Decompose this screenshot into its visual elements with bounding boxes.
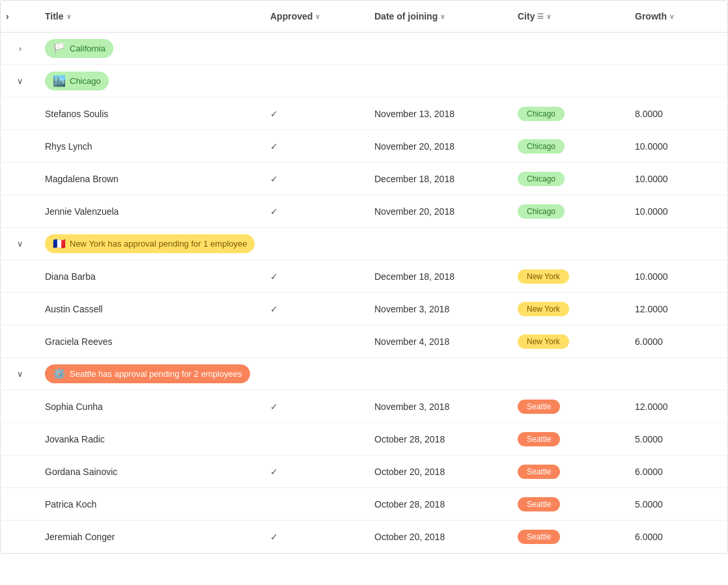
newyork-group-badge[interactable]: 🇫🇷 New York has approval pending for 1 e… <box>45 234 255 253</box>
approved-sort-icon: ∨ <box>315 13 320 20</box>
date-cell: October 20, 2018 <box>369 460 512 483</box>
city-badge: Seattle <box>518 530 560 544</box>
seattle-approved-cell <box>265 368 369 381</box>
newyork-approved-cell <box>265 238 369 251</box>
city-cell: New York <box>512 263 630 290</box>
chicago-chevron-icon: ∨ <box>17 76 23 86</box>
seattle-group-badge[interactable]: ⚙️ Seattle has approval pending for 2 em… <box>45 364 250 383</box>
chicago-expand-btn[interactable]: ∨ <box>1 70 40 92</box>
checkmark-icon: ✓ <box>270 401 278 412</box>
seattle-flag-icon: ⚙️ <box>53 368 66 380</box>
date-header[interactable]: Date of joining ∨ <box>369 7 512 25</box>
date-sort-icon: ∨ <box>440 13 445 20</box>
chicago-group-name: Chicago <box>70 76 101 86</box>
date-cell: November 4, 2018 <box>369 330 512 353</box>
city-cell: Chicago <box>512 100 630 128</box>
table-row: Stefanos Soulis ✓ November 13, 2018 Chic… <box>1 98 727 130</box>
seattle-date-cell <box>369 368 512 381</box>
employee-name: Jeremiah Conger <box>40 525 265 549</box>
data-table: › Title ∨ Approved ∨ Date of joining ∨ C… <box>0 0 728 554</box>
california-date-cell <box>369 42 512 55</box>
approved-cell: ✓ <box>265 200 369 223</box>
seattle-chevron-icon: ∨ <box>17 369 23 379</box>
city-cell: Chicago <box>512 133 630 160</box>
table-row: Sophia Cunha ✓ November 3, 2018 Seattle … <box>1 390 727 423</box>
newyork-expand-btn[interactable]: ∨ <box>1 232 40 255</box>
seattle-expand-btn[interactable]: ∨ <box>1 362 40 385</box>
growth-cell: 10.0000 <box>630 200 727 223</box>
seattle-growth-cell <box>630 368 727 381</box>
city-sort-icon: ∨ <box>546 13 551 20</box>
california-expand-btn[interactable]: › <box>1 37 40 60</box>
date-cell: December 18, 2018 <box>369 265 512 288</box>
title-header[interactable]: Title ∨ <box>40 7 265 25</box>
row-indent <box>1 303 40 316</box>
row-indent <box>1 433 40 446</box>
table-row: Graciela Reeves November 4, 2018 New Yor… <box>1 325 727 358</box>
growth-header[interactable]: Growth ∨ <box>630 7 727 25</box>
newyork-label-cell: 🇫🇷 New York has approval pending for 1 e… <box>40 228 265 260</box>
expand-all-icon[interactable]: › <box>6 11 9 21</box>
approved-header[interactable]: Approved ∨ <box>265 7 369 25</box>
growth-cell: 6.0000 <box>630 460 727 483</box>
group-row-newyork: ∨ 🇫🇷 New York has approval pending for 1… <box>1 228 727 260</box>
city-badge: Seattle <box>518 432 560 446</box>
group-row-chicago: ∨ 🏙️ Chicago <box>1 65 727 98</box>
row-indent <box>1 335 40 348</box>
growth-cell: 5.0000 <box>630 428 727 451</box>
california-chevron-icon: › <box>19 44 21 53</box>
approved-header-label: Approved <box>270 11 313 21</box>
employee-name: Stefanos Soulis <box>40 102 265 126</box>
row-indent <box>1 465 40 478</box>
newyork-date-cell <box>369 238 512 251</box>
checkmark-icon: ✓ <box>270 467 278 477</box>
chicago-group-badge[interactable]: 🏙️ Chicago <box>45 72 109 90</box>
row-indent <box>1 205 40 218</box>
city-badge: New York <box>518 269 569 284</box>
approved-cell: ✓ <box>265 102 369 126</box>
newyork-flag-icon: 🇫🇷 <box>53 238 66 250</box>
employee-name: Gordana Sainovic <box>40 460 265 483</box>
newyork-chevron-icon: ∨ <box>17 239 23 249</box>
city-filter-icon[interactable]: ☰ <box>537 12 544 21</box>
approved-cell: ✓ <box>265 265 369 288</box>
checkmark-icon: ✓ <box>270 174 278 184</box>
approved-cell: ✓ <box>265 395 369 418</box>
city-cell: New York <box>512 328 630 355</box>
growth-cell: 8.0000 <box>630 102 727 126</box>
chicago-date-cell <box>369 75 512 88</box>
date-cell: November 3, 2018 <box>369 395 512 418</box>
city-badge: Chicago <box>518 204 565 219</box>
title-sort-icon: ∨ <box>66 13 71 20</box>
city-header-label: City <box>518 11 535 21</box>
growth-cell: 5.0000 <box>630 493 727 516</box>
date-cell: October 20, 2018 <box>369 525 512 549</box>
city-cell: Seattle <box>512 458 630 485</box>
row-indent <box>1 107 40 120</box>
chicago-approved-cell <box>265 75 369 88</box>
california-label-cell: 🏳️ California <box>40 33 265 64</box>
date-cell: November 13, 2018 <box>369 102 512 126</box>
city-badge: Seattle <box>518 400 560 414</box>
california-group-badge[interactable]: 🏳️ California <box>45 39 113 58</box>
table-row: Diana Barba ✓ December 18, 2018 New York… <box>1 260 727 293</box>
table-row: Patrica Koch October 28, 2018 Seattle 5.… <box>1 488 727 521</box>
approved-cell: ✓ <box>265 460 369 483</box>
checkmark-icon: ✓ <box>270 206 278 217</box>
newyork-growth-cell <box>630 238 727 251</box>
city-header[interactable]: City ☰ ∨ <box>512 7 630 25</box>
group-row-seattle: ∨ ⚙️ Seattle has approval pending for 2 … <box>1 358 727 390</box>
growth-sort-icon: ∨ <box>669 13 674 20</box>
row-indent <box>1 270 40 283</box>
california-flag-icon: 🏳️ <box>53 42 66 55</box>
table-row: Jennie Valenzuela ✓ November 20, 2018 Ch… <box>1 195 727 228</box>
city-cell: Seattle <box>512 523 630 551</box>
newyork-city-cell <box>512 238 630 251</box>
date-header-label: Date of joining <box>374 11 438 21</box>
checkmark-icon: ✓ <box>270 532 278 542</box>
date-cell: November 20, 2018 <box>369 200 512 223</box>
employee-name: Sophia Cunha <box>40 395 265 418</box>
employee-name: Diana Barba <box>40 265 265 288</box>
growth-cell: 12.0000 <box>630 297 727 321</box>
expand-all-header[interactable]: › <box>1 7 40 25</box>
